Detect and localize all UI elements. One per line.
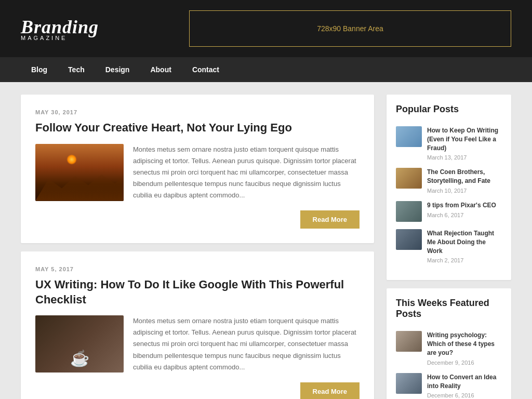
popular-post-date-3: March 2, 2017 [427, 257, 502, 263]
featured-post-title-0[interactable]: Writing psychology: Which of these 4 typ… [427, 331, 502, 357]
featured-post-1: How to Convert an Idea into Reality Dece… [396, 373, 502, 399]
logo-sub: MAGAZINE [21, 35, 67, 41]
banner-area: 728x90 Banner Area [189, 10, 511, 47]
post-content-1: Montes metus sem ornare nostra justo eti… [35, 315, 360, 373]
popular-thumb-0 [396, 126, 422, 147]
read-more-button-1[interactable]: Read More [300, 382, 360, 399]
popular-post-3: What Rejection Taught Me About Doing the… [396, 229, 502, 263]
popular-post-info-2: 9 tips from Pixar's CEO March 6, 2017 [427, 201, 502, 218]
popular-posts-title: Popular Posts [396, 104, 502, 119]
popular-post-info-1: The Coen Brothers, Storytelling, and Fat… [427, 168, 502, 194]
nav-item-blog: Blog [21, 57, 58, 82]
featured-post-info-1: How to Convert an Idea into Reality Dece… [427, 373, 502, 399]
nav-item-contact: Contact [182, 57, 230, 82]
popular-posts-section: Popular Posts How to Keep On Writing (Ev… [387, 95, 511, 280]
popular-post-1: The Coen Brothers, Storytelling, and Fat… [396, 168, 502, 194]
nav-link-blog[interactable]: Blog [21, 57, 58, 82]
nav-item-design: Design [95, 57, 140, 82]
popular-post-2: 9 tips from Pixar's CEO March 6, 2017 [396, 201, 502, 222]
featured-post-title-1[interactable]: How to Convert an Idea into Reality [427, 373, 502, 391]
post-title-1: UX Writing: How To Do It Like Google Wit… [35, 277, 360, 307]
featured-thumb-1 [396, 373, 422, 394]
read-more-button-0[interactable]: Read More [300, 210, 360, 229]
featured-post-date-1: December 6, 2016 [427, 392, 502, 398]
popular-post-date-0: March 13, 2017 [427, 154, 502, 161]
featured-posts-title: This Weeks Featured Posts [396, 298, 502, 324]
main-container: MAY 30, 2017 Follow Your Creative Heart,… [0, 82, 532, 399]
popular-thumb-1 [396, 168, 422, 189]
main-nav: BlogTechDesignAboutContact [0, 57, 532, 82]
featured-post-date-0: December 9, 2016 [427, 360, 502, 366]
post-image-1 [35, 315, 124, 373]
nav-link-tech[interactable]: Tech [58, 57, 95, 82]
header: Branding MAGAZINE 728x90 Banner Area [0, 0, 532, 57]
post-content-0: Montes metus sem ornare nostra justo eti… [35, 144, 360, 201]
nav-link-design[interactable]: Design [95, 57, 140, 82]
post-excerpt-0: Montes metus sem ornare nostra justo eti… [133, 144, 360, 201]
post-date-0: MAY 30, 2017 [35, 109, 360, 115]
nav-item-about: About [140, 57, 181, 82]
popular-post-info-0: How to Keep On Writing (Even if You Feel… [427, 126, 502, 161]
featured-posts-section: This Weeks Featured Posts Writing psycho… [387, 288, 511, 399]
popular-post-title-3[interactable]: What Rejection Taught Me About Doing the… [427, 229, 502, 255]
blog-posts: MAY 30, 2017 Follow Your Creative Heart,… [21, 95, 374, 399]
popular-post-0: How to Keep On Writing (Even if You Feel… [396, 126, 502, 161]
post-card-1: MAY 5, 2017 UX Writing: How To Do It Lik… [21, 251, 374, 399]
post-excerpt-1: Montes metus sem ornare nostra justo eti… [133, 315, 360, 373]
logo-area: Branding MAGAZINE [21, 16, 99, 41]
popular-post-title-0[interactable]: How to Keep On Writing (Even if You Feel… [427, 126, 502, 152]
nav-link-contact[interactable]: Contact [182, 57, 230, 82]
post-date-1: MAY 5, 2017 [35, 266, 360, 272]
popular-thumb-3 [396, 229, 422, 250]
post-card-0: MAY 30, 2017 Follow Your Creative Heart,… [21, 95, 374, 243]
nav-item-tech: Tech [58, 57, 95, 82]
sidebar: Popular Posts How to Keep On Writing (Ev… [387, 95, 511, 399]
post-title-0: Follow Your Creative Heart, Not Your Lyi… [35, 121, 360, 136]
popular-post-info-3: What Rejection Taught Me About Doing the… [427, 229, 502, 263]
popular-post-date-1: March 10, 2017 [427, 188, 502, 194]
featured-post-0: Writing psychology: Which of these 4 typ… [396, 331, 502, 365]
popular-thumb-2 [396, 201, 422, 222]
featured-post-info-0: Writing psychology: Which of these 4 typ… [427, 331, 502, 365]
post-image-0 [35, 144, 124, 201]
nav-link-about[interactable]: About [140, 57, 181, 82]
popular-post-title-1[interactable]: The Coen Brothers, Storytelling, and Fat… [427, 168, 502, 185]
popular-post-date-2: March 6, 2017 [427, 212, 502, 218]
featured-thumb-0 [396, 331, 422, 352]
popular-post-title-2[interactable]: 9 tips from Pixar's CEO [427, 201, 502, 210]
